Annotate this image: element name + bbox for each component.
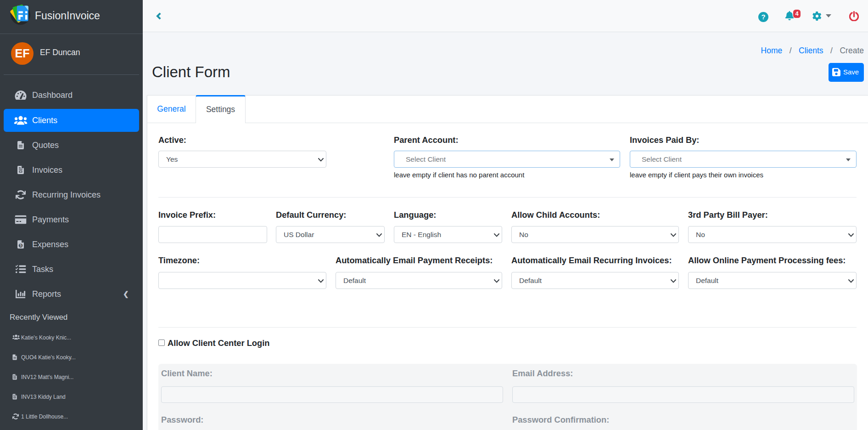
- svg-text:$: $: [20, 243, 22, 248]
